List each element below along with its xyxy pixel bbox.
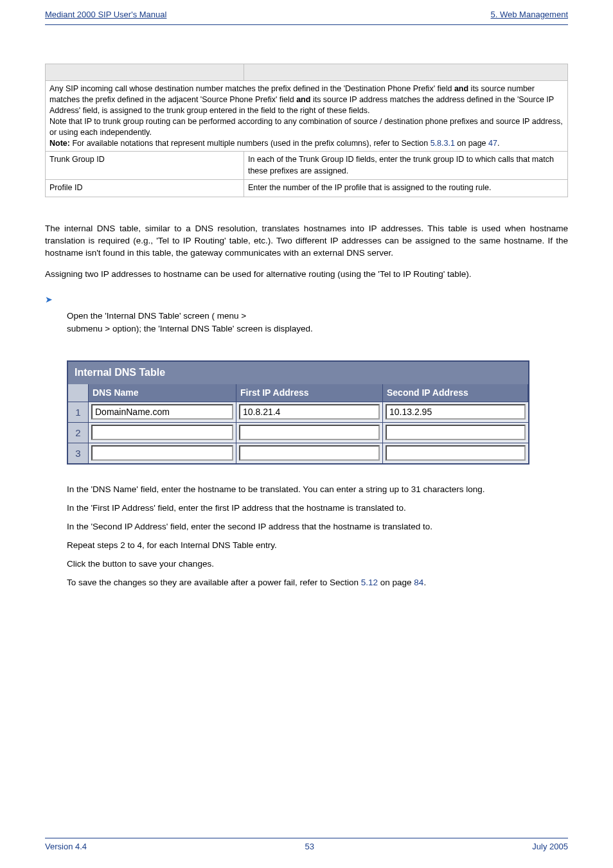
first-ip-input[interactable] — [239, 445, 380, 461]
page-link[interactable]: 84 — [414, 578, 423, 587]
section-link[interactable]: 5.8.3.1 — [431, 139, 455, 148]
trunk-group-id-label: Trunk Group ID — [46, 152, 244, 180]
dns-row: 1 — [68, 402, 528, 422]
procedure-steps: In the 'DNS Name' field, enter the hostn… — [67, 484, 568, 589]
dns-table-title: Internal DNS Table — [68, 362, 528, 384]
dns-row: 3 — [68, 443, 528, 463]
row-number: 1 — [68, 402, 89, 422]
note-label: Note: — [49, 139, 72, 148]
trunk-group-id-desc: In each of the Trunk Group ID fields, en… — [244, 152, 567, 180]
section-link[interactable]: 5.12 — [361, 578, 378, 587]
profile-id-label: Profile ID — [46, 180, 244, 197]
intro-paragraph-2: Assigning two IP addresses to hostname c… — [45, 269, 568, 281]
dns-row: 2 — [68, 422, 528, 443]
footer-version: Version 4.4 — [45, 841, 87, 853]
open-screen-step: Open the 'Internal DNS Table' screen ( m… — [67, 310, 568, 335]
first-ip-input[interactable] — [239, 404, 380, 420]
dns-name-input[interactable] — [91, 425, 233, 440]
dns-name-input[interactable] — [91, 404, 233, 420]
intro-paragraph-1: The internal DNS table, similar to a DNS… — [45, 223, 568, 260]
bold-and-2: and — [296, 95, 310, 104]
footer-page-number: 53 — [305, 841, 314, 853]
bold-and-1: and — [454, 84, 468, 93]
arrow-icon: ➤ — [45, 294, 57, 306]
row-number: 3 — [68, 443, 89, 463]
ip-to-trunk-table: Any SIP incoming call whose destination … — [45, 64, 568, 197]
step-2: In the 'DNS Name' field, enter the hostn… — [67, 484, 568, 496]
row-number: 2 — [68, 423, 89, 443]
step-6: Click the button to save your changes. — [67, 558, 568, 571]
second-ip-input[interactable] — [386, 445, 526, 461]
dns-col-name-header: DNS Name — [89, 384, 236, 402]
internal-dns-table: Internal DNS Table DNS Name First IP Add… — [67, 360, 529, 465]
dns-col-ip2-header: Second IP Address — [383, 384, 528, 402]
page-link[interactable]: 47 — [488, 139, 497, 148]
step-4: In the 'Second IP Address' field, enter … — [67, 521, 568, 533]
dns-name-input[interactable] — [91, 445, 233, 461]
first-ip-input[interactable] — [239, 425, 380, 440]
profile-id-desc: Enter the number of the IP profile that … — [244, 180, 567, 197]
step-7: To save the changes so they are availabl… — [67, 577, 568, 589]
second-ip-input[interactable] — [386, 425, 526, 440]
second-ip-input[interactable] — [386, 404, 526, 420]
step-5: Repeat steps 2 to 4, for each Internal D… — [67, 540, 568, 552]
routing-description-cell: Any SIP incoming call whose destination … — [46, 81, 568, 152]
footer-date: July 2005 — [532, 841, 568, 853]
header-right: 5. Web Management — [491, 9, 568, 21]
dns-col-ip1-header: First IP Address — [236, 384, 383, 402]
step-3: In the 'First IP Address' field, enter t… — [67, 502, 568, 515]
header-left: Mediant 2000 SIP User's Manual — [45, 9, 166, 21]
